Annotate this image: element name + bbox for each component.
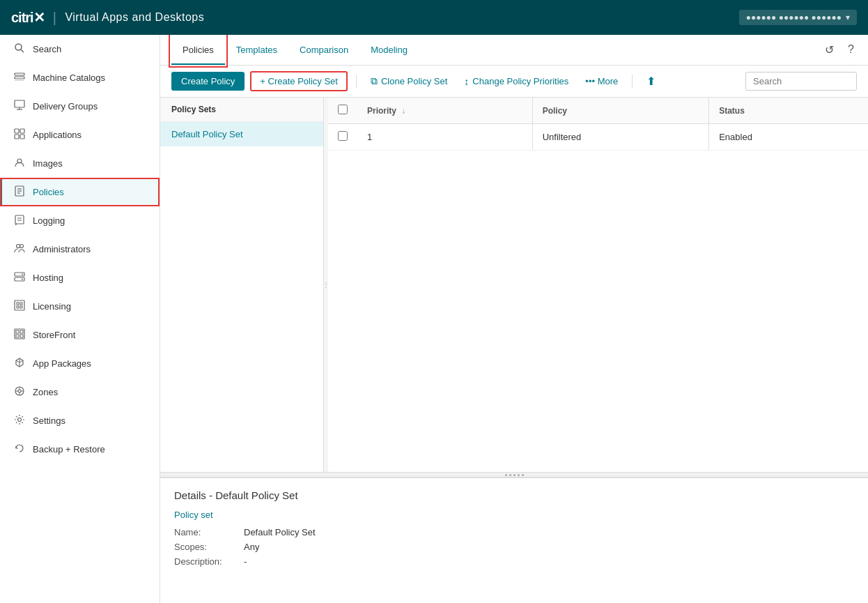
col-priority-header: Priority ↓ bbox=[357, 98, 532, 124]
search-icon bbox=[13, 43, 26, 56]
sidebar-label-applications: Applications bbox=[33, 130, 82, 140]
col-policy-header: Policy bbox=[532, 98, 709, 124]
applications-icon bbox=[13, 128, 26, 142]
policies-icon bbox=[13, 185, 26, 199]
sidebar-label-administrators: Administrators bbox=[33, 244, 91, 254]
details-row: Scopes: Any bbox=[174, 542, 854, 552]
sidebar-label-licensing: Licensing bbox=[33, 301, 71, 312]
layout: Search Machine Catalogs Delivery Groups … bbox=[0, 35, 868, 603]
details-label: Scopes: bbox=[174, 542, 244, 552]
svg-rect-5 bbox=[15, 100, 24, 107]
row-checkbox-cell bbox=[328, 124, 357, 151]
row-priority: 1 bbox=[357, 124, 532, 151]
zones-icon bbox=[13, 386, 26, 399]
create-policy-set-button[interactable]: + Create Policy Set bbox=[250, 71, 348, 91]
topbar-divider: | bbox=[53, 10, 57, 26]
sidebar-label-app-packages: App Packages bbox=[33, 358, 91, 369]
sidebar-item-applications[interactable]: Applications bbox=[0, 121, 160, 149]
backup-restore-icon bbox=[13, 443, 26, 456]
administrators-icon bbox=[13, 243, 26, 256]
share-button[interactable]: ⬆ bbox=[641, 71, 661, 91]
change-policy-priorities-button[interactable]: ↕ Change Policy Priorities bbox=[458, 72, 574, 91]
more-button[interactable]: ••• More bbox=[580, 72, 623, 90]
horizontal-resize-handle[interactable] bbox=[160, 472, 868, 478]
sidebar-label-machine-catalogs: Machine Catalogs bbox=[33, 72, 105, 83]
sidebar-item-logging[interactable]: Logging bbox=[0, 206, 160, 235]
sidebar-item-hosting[interactable]: Hosting bbox=[0, 264, 160, 292]
svg-rect-11 bbox=[20, 135, 24, 139]
svg-rect-32 bbox=[16, 330, 19, 333]
sidebar-item-machine-catalogs[interactable]: Machine Catalogs bbox=[0, 63, 160, 92]
toolbar-divider-1 bbox=[356, 75, 357, 89]
create-policy-button[interactable]: Create Policy bbox=[171, 72, 245, 91]
svg-rect-28 bbox=[20, 303, 22, 305]
row-status: Enabled bbox=[709, 124, 868, 151]
toolbar: Create Policy + Create Policy Set ⧉ Clon… bbox=[160, 66, 868, 98]
sidebar-label-backup-restore: Backup + Restore bbox=[33, 444, 105, 455]
topbar: citri✕ | Virtual Apps and Desktops ●●●●●… bbox=[0, 0, 868, 35]
svg-line-1 bbox=[21, 49, 24, 52]
tab-comparison[interactable]: Comparison bbox=[288, 36, 359, 65]
svg-rect-10 bbox=[15, 135, 19, 139]
row-checkbox[interactable] bbox=[338, 131, 348, 141]
svg-point-21 bbox=[20, 245, 24, 248]
tab-templates[interactable]: Templates bbox=[225, 36, 288, 65]
policy-sets-header: Policy Sets bbox=[160, 98, 323, 122]
right-panel: Priority ↓ Policy Status bbox=[328, 98, 868, 472]
priority-icon: ↕ bbox=[464, 76, 469, 87]
svg-point-37 bbox=[18, 390, 21, 392]
tab-modeling[interactable]: Modeling bbox=[359, 36, 419, 65]
search-input[interactable] bbox=[745, 72, 857, 91]
svg-rect-9 bbox=[20, 129, 24, 133]
citrix-logo-text: citri✕ bbox=[11, 9, 45, 26]
table-row[interactable]: 1 Unfiltered Enabled bbox=[328, 124, 868, 151]
help-icon[interactable]: ? bbox=[845, 40, 857, 59]
policy-set-item[interactable]: Default Policy Set bbox=[160, 122, 323, 146]
sidebar-item-zones[interactable]: Zones bbox=[0, 378, 160, 406]
clone-policy-set-button[interactable]: ⧉ Clone Policy Set bbox=[365, 72, 453, 91]
sidebar-label-storefront: StoreFront bbox=[33, 330, 75, 340]
details-value: Any bbox=[244, 542, 259, 552]
sidebar-label-hosting: Hosting bbox=[33, 273, 63, 283]
details-section-title: Policy set bbox=[174, 510, 854, 520]
svg-rect-30 bbox=[20, 306, 22, 308]
sidebar-item-settings[interactable]: Settings bbox=[0, 406, 160, 435]
tab-icon-group: ↺ ? bbox=[822, 40, 857, 59]
sidebar-item-images[interactable]: Images bbox=[0, 149, 160, 178]
svg-rect-27 bbox=[17, 303, 19, 305]
sidebar-item-administrators[interactable]: Administrators bbox=[0, 235, 160, 264]
svg-rect-35 bbox=[20, 335, 23, 337]
sidebar-label-policies: Policies bbox=[33, 187, 64, 197]
sidebar-item-storefront[interactable]: StoreFront bbox=[0, 321, 160, 349]
svg-rect-4 bbox=[15, 80, 24, 81]
details-label: Name: bbox=[174, 527, 244, 537]
user-menu[interactable]: ●●●●●● ●●●●●● ●●●●●● ▾ bbox=[739, 10, 857, 25]
sidebar-label-zones: Zones bbox=[33, 387, 58, 397]
share-icon: ⬆ bbox=[646, 75, 656, 88]
chevron-down-icon: ▾ bbox=[846, 13, 850, 22]
svg-rect-26 bbox=[15, 300, 24, 310]
app-logo: citri✕ | Virtual Apps and Desktops bbox=[11, 9, 204, 26]
sidebar-item-policies[interactable]: Policies bbox=[0, 178, 160, 206]
row-policy: Unfiltered bbox=[532, 124, 709, 151]
resize-dots bbox=[505, 474, 524, 476]
sidebar-item-search[interactable]: Search bbox=[0, 35, 160, 63]
details-value: Default Policy Set bbox=[244, 527, 316, 537]
sidebar-item-app-packages[interactable]: App Packages bbox=[0, 349, 160, 378]
sidebar-label-settings: Settings bbox=[33, 415, 65, 426]
details-fields: Name: Default Policy Set Scopes: Any Des… bbox=[174, 527, 854, 567]
images-icon bbox=[13, 157, 26, 170]
logging-icon bbox=[13, 214, 26, 227]
split-pane: Policy Sets Default Policy Set ⋮ bbox=[160, 98, 868, 472]
sidebar-item-backup-restore[interactable]: Backup + Restore bbox=[0, 435, 160, 464]
user-info: ●●●●●● ●●●●●● ●●●●●● bbox=[746, 13, 842, 22]
machine-catalogs-icon bbox=[13, 71, 26, 84]
settings-icon bbox=[13, 414, 26, 427]
main-content: PoliciesTemplatesComparisonModeling ↺ ? … bbox=[160, 35, 868, 603]
sidebar-item-delivery-groups[interactable]: Delivery Groups bbox=[0, 92, 160, 121]
app-title: Virtual Apps and Desktops bbox=[65, 11, 204, 24]
sidebar-item-licensing[interactable]: Licensing bbox=[0, 292, 160, 321]
select-all-checkbox[interactable] bbox=[338, 105, 348, 114]
refresh-icon[interactable]: ↺ bbox=[822, 40, 837, 59]
tab-policies[interactable]: Policies bbox=[171, 36, 225, 65]
